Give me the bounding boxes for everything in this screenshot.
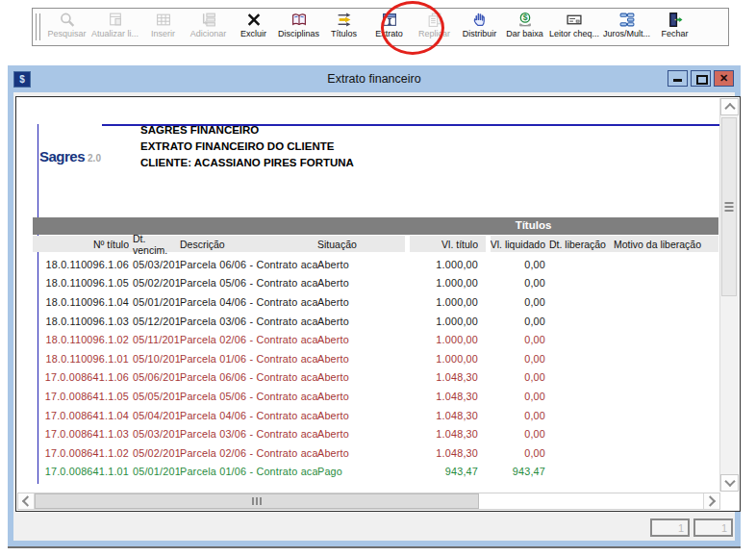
table-row[interactable]: 18.0.110096.1.0105/10/2018Parcela 01/06 … xyxy=(33,349,718,368)
chevron-right-icon xyxy=(705,495,716,506)
cell-vl-titulo: 1.048,30 xyxy=(375,410,478,421)
minimize-button[interactable] xyxy=(668,70,688,87)
toolbar-button-adicionar: Adicionar xyxy=(186,9,231,45)
scroll-left-button[interactable] xyxy=(18,493,35,509)
toolbar-button-label: Juros/Mult... xyxy=(603,29,650,38)
chevron-up-icon xyxy=(724,103,735,114)
table-row[interactable]: 17.0.008641.1.0605/06/2018Parcela 06/06 … xyxy=(33,368,718,388)
report-panel: Sagres2.0 SAGRES FINANCEIRO EXTRATO FINA… xyxy=(15,96,741,512)
toolbar-button-label: Disciplinas xyxy=(278,29,319,38)
window-content: Sagres2.0 SAGRES FINANCEIRO EXTRATO FINA… xyxy=(13,92,735,541)
table-row[interactable]: 17.0.008641.1.0505/05/2018Parcela 05/06 … xyxy=(33,387,718,406)
cell-situacao: Aberto xyxy=(317,316,375,327)
toolbar-button-juros-mult[interactable]: Juros/Mult... xyxy=(601,9,652,45)
toolbar-button-distribuir[interactable]: Distribuir xyxy=(457,9,502,45)
horizontal-scrollbar[interactable] xyxy=(17,493,720,510)
cell-dt-vencim: 05/01/2018 xyxy=(129,466,180,477)
cell-descricao: Parcela 03/06 - Contrato aca xyxy=(180,316,317,327)
vertical-scroll-thumb[interactable] xyxy=(721,117,737,296)
toolbar: PesquisarAtualizar li...InserirAdicionar… xyxy=(32,8,729,46)
toolbar-button-leitor-cheq[interactable]: Leitor cheq... xyxy=(547,9,601,45)
cell-situacao: Aberto xyxy=(317,428,375,440)
writeoff-hand-icon: $ xyxy=(517,12,534,28)
table-row[interactable]: 17.0.008641.1.0105/01/2018Parcela 01/06 … xyxy=(33,463,718,482)
refresh-list-icon xyxy=(107,12,124,28)
cell-dt-vencim: 05/05/2018 xyxy=(129,391,180,402)
toolbar-button-disciplinas[interactable]: Disciplinas xyxy=(276,9,321,45)
toolbar-button-excluir[interactable]: Excluir xyxy=(231,9,276,45)
toolbar-button-t-tulos[interactable]: Títulos xyxy=(321,9,366,45)
toolbar-button-replicar: Replicar xyxy=(412,9,457,45)
cell-vl-liquidado: 0,00 xyxy=(478,296,545,308)
toolbar-button-label: Extrato xyxy=(375,29,403,38)
cell-numero: 17.0.008641.1.06 xyxy=(33,371,129,383)
cell-vl-liquidado: 0,00 xyxy=(478,428,545,440)
vertical-scrollbar[interactable] xyxy=(719,98,739,492)
cell-descricao: Parcela 06/06 - Contrato aca xyxy=(180,371,317,383)
column-header-dt-liberacao: Dt. liberação xyxy=(545,239,610,250)
cell-descricao: Parcela 06/06 - Contrato aca xyxy=(180,259,317,270)
cell-dt-vencim: 05/12/2018 xyxy=(129,316,180,327)
add-list-icon xyxy=(200,12,217,28)
table-row[interactable]: 18.0.110096.1.0305/12/2018Parcela 03/06 … xyxy=(33,312,718,331)
table-row[interactable]: 18.0.110096.1.0605/03/2019Parcela 06/06 … xyxy=(33,255,718,274)
cell-vl-titulo: 1.048,30 xyxy=(375,428,478,440)
window-titlebar[interactable]: $ Extrato financeiro xyxy=(8,65,741,92)
toolbar-button-label: Fechar xyxy=(662,29,689,38)
app-window-icon: $ xyxy=(13,71,31,88)
cell-situacao: Pago xyxy=(317,466,375,477)
toolbar-button-label: Títulos xyxy=(331,29,357,38)
toolbar-button-label: Inserir xyxy=(151,29,175,38)
cell-vl-liquidado: 0,00 xyxy=(478,371,545,383)
column-separator xyxy=(405,236,410,252)
close-button[interactable] xyxy=(714,70,734,87)
section-title: Títulos xyxy=(516,219,552,231)
cell-numero: 17.0.008641.1.04 xyxy=(33,410,129,421)
table-row[interactable]: 17.0.008641.1.0405/04/2018Parcela 04/06 … xyxy=(33,406,718,425)
cell-situacao: Aberto xyxy=(317,447,375,459)
toolbar-button-label: Atualizar li... xyxy=(91,29,139,38)
toolbar-button-extrato[interactable]: Extrato xyxy=(366,9,412,45)
chevron-left-icon xyxy=(22,495,33,506)
cell-numero: 17.0.008641.1.03 xyxy=(33,428,129,440)
column-header-descricao: Descrição xyxy=(180,239,317,250)
cell-descricao: Parcela 05/06 - Contrato aca xyxy=(180,391,317,402)
search-icon xyxy=(59,12,76,28)
scroll-right-button[interactable] xyxy=(703,493,719,509)
cell-vl-liquidado: 0,00 xyxy=(478,334,545,345)
table-row[interactable]: 17.0.008641.1.0205/02/2018Parcela 02/06 … xyxy=(33,443,718,463)
exit-door-icon xyxy=(667,12,684,28)
cell-dt-vencim: 05/06/2018 xyxy=(129,371,180,383)
cell-numero: 18.0.110096.1.05 xyxy=(33,277,129,289)
toolbar-grip[interactable] xyxy=(36,13,40,40)
page-current-box: 1 xyxy=(650,518,690,537)
check-reader-icon xyxy=(566,12,583,28)
cell-vl-titulo: 1.000,00 xyxy=(375,353,478,365)
toolbar-button-fechar[interactable]: Fechar xyxy=(652,9,697,45)
column-header-situacao: Situação xyxy=(317,239,375,250)
cell-vl-titulo: 943,47 xyxy=(375,466,478,477)
scroll-up-button[interactable] xyxy=(720,98,739,115)
table-row[interactable]: 17.0.008641.1.0305/03/2018Parcela 03/06 … xyxy=(33,424,718,443)
column-header-dt-vencim: Dt. vencim. xyxy=(129,233,180,256)
table-row[interactable]: 18.0.110096.1.0505/02/2019Parcela 05/06 … xyxy=(33,274,718,293)
toolbar-button-label: Adicionar xyxy=(190,29,227,38)
cell-descricao: Parcela 02/06 - Contrato aca xyxy=(180,334,317,345)
cell-dt-vencim: 05/10/2018 xyxy=(129,353,180,365)
toolbar-button-dar-baixa[interactable]: $Dar baixa xyxy=(502,9,547,45)
table-row[interactable]: 18.0.110096.1.0205/11/2018Parcela 02/06 … xyxy=(33,330,718,349)
cell-vl-liquidado: 943,47 xyxy=(478,466,545,477)
cell-situacao: Aberto xyxy=(317,371,375,383)
maximize-button[interactable] xyxy=(691,70,711,87)
horizontal-scroll-thumb[interactable] xyxy=(35,493,479,509)
cell-descricao: Parcela 02/06 - Contrato aca xyxy=(180,447,317,459)
table-row[interactable]: 18.0.110096.1.0405/01/2019Parcela 04/06 … xyxy=(33,292,718,312)
report-view: Sagres2.0 SAGRES FINANCEIRO EXTRATO FINA… xyxy=(17,98,720,493)
cell-situacao: Aberto xyxy=(317,391,375,402)
cell-situacao: Aberto xyxy=(317,353,375,365)
toolbar-button-label: Dar baixa xyxy=(506,29,543,38)
cell-situacao: Aberto xyxy=(317,277,375,289)
cell-descricao: Parcela 04/06 - Contrato aca xyxy=(180,296,317,308)
scroll-down-button[interactable] xyxy=(720,474,739,492)
cell-vl-liquidado: 0,00 xyxy=(478,410,545,421)
